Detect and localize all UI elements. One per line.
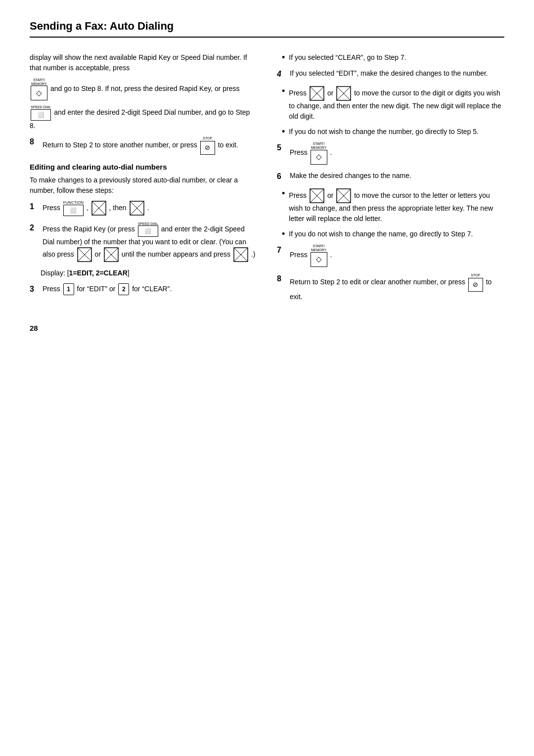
nav-key-left-1 xyxy=(91,201,106,216)
left-column: display will show the next available Rap… xyxy=(30,52,257,308)
step-2: 2 Press the Rapid Key (or press SPEED DI… xyxy=(30,222,257,262)
intro-text: display will show the next available Rap… xyxy=(30,52,257,73)
start-memory-key-7: START/MEMORY ◇ xyxy=(311,244,327,267)
section-intro: To make changes to a previously stored a… xyxy=(30,175,257,196)
display-line: Display: [1=EDIT, 2=CLEAR] xyxy=(41,268,257,278)
nav-key-right-r1 xyxy=(336,86,351,101)
intro-start-key-line: START/MEMORY ◇ and go to Step 8. If not,… xyxy=(30,78,257,100)
speed-dial-line: SPEED DIAL ⬜ and enter the desired 2-dig… xyxy=(30,105,257,131)
page-title: Sending a Fax: Auto Dialing xyxy=(30,20,504,38)
nav-key-right-2 xyxy=(104,247,119,262)
page-number: 28 xyxy=(30,323,504,334)
section-heading: Editing and clearing auto-dial numbers xyxy=(30,163,257,171)
stop-key-2: STOP ⊘ xyxy=(468,273,483,292)
step-7: 7 Press START/MEMORY ◇ . xyxy=(277,244,504,267)
step-8-right: 8 Return to Step 2 to edit or clear anot… xyxy=(277,273,504,303)
bullet-nav-letter: • Press or to move the cursor to the let… xyxy=(282,188,504,224)
nav-key-left-r2 xyxy=(310,188,324,203)
nav-key-right-1 xyxy=(130,201,144,216)
step-5: 5 Press START/MEMORY ◇ . xyxy=(277,142,504,164)
step-6: 6 Make the desired changes to the name. xyxy=(277,171,504,182)
speed-dial-key-1: SPEED DIAL ⬜ xyxy=(31,105,51,120)
right-column: • If you selected “CLEAR”, go to Step 7.… xyxy=(277,52,504,308)
nav-key-right-r2 xyxy=(336,188,351,203)
start-memory-key-5: START/MEMORY ◇ xyxy=(311,142,327,164)
speed-dial-key-2: SPEED DIAL ⬜ xyxy=(138,222,158,237)
nav-key-left-r1 xyxy=(310,86,324,101)
step-8-left: 8 Return to Step 2 to store another numb… xyxy=(30,136,257,155)
key-1: 1 xyxy=(63,283,74,295)
nav-key-confirm-2 xyxy=(233,247,248,262)
step-3: 3 Press 1 for “EDIT” or 2 for “CLEAR”. xyxy=(30,283,257,295)
step-4: 4 If you selected “EDIT”, make the desir… xyxy=(277,68,504,80)
function-key: FUNCTION ⬜ xyxy=(63,201,84,216)
key-2: 2 xyxy=(118,283,129,295)
step-1: 1 Press FUNCTION ⬜ , , then xyxy=(30,201,257,216)
bullet-no-change-name: • If you do not wish to change the name,… xyxy=(282,229,504,240)
stop-key-1: STOP ⊘ xyxy=(200,136,215,155)
bullet-clear: • If you selected “CLEAR”, go to Step 7. xyxy=(282,52,504,63)
start-memory-key-1: START/MEMORY ◇ xyxy=(31,78,47,100)
nav-key-left-2 xyxy=(77,247,92,262)
bullet-nav-digit: • Press or to move the cursor to the dig… xyxy=(282,86,504,122)
bullet-no-change-digit: • If you do not wish to change the numbe… xyxy=(282,127,504,137)
